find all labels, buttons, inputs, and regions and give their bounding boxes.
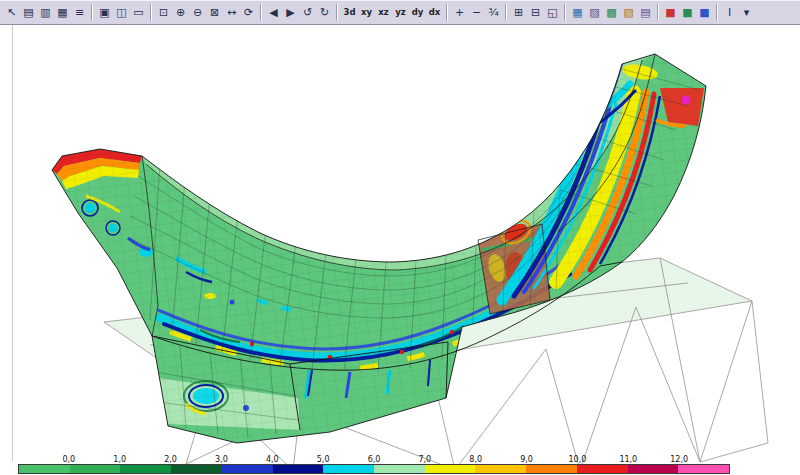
legend-segment bbox=[273, 465, 324, 473]
toolbar-button-zoom-window[interactable]: ⊡ bbox=[155, 3, 172, 22]
legend-label: 6,0 bbox=[368, 455, 381, 464]
toolbar-button-rotate-right[interactable]: ↻ bbox=[316, 3, 333, 22]
toolbar-button-refresh[interactable]: ⟳ bbox=[240, 3, 257, 22]
toolbar-button-display-fill[interactable]: ▩ bbox=[603, 3, 620, 22]
toolbar-button-view-xy[interactable]: xy bbox=[358, 3, 375, 22]
legend-bar bbox=[18, 464, 730, 474]
toolbar-button-text-style-dropdown[interactable]: ▾ bbox=[738, 3, 755, 22]
toolbar-button-view-dx[interactable]: dx bbox=[426, 3, 443, 22]
legend-label: 5,0 bbox=[317, 455, 330, 464]
toolbar-button-view-dy[interactable]: dy bbox=[409, 3, 426, 22]
legend-segment bbox=[628, 465, 679, 473]
legend-label: 0,0 bbox=[62, 455, 75, 464]
toolbar-button-display-contour[interactable]: ▧ bbox=[620, 3, 637, 22]
structure-contour-model bbox=[40, 40, 720, 460]
legend-labels: 0,01,02,03,04,05,06,07,08,09,010,011,012… bbox=[18, 455, 730, 464]
toolbar-button-save[interactable]: ◫ bbox=[113, 3, 130, 22]
toolbar-button-open[interactable]: ▣ bbox=[96, 3, 113, 22]
legend-segment bbox=[374, 465, 425, 473]
toolbar-button-select[interactable]: ↖ bbox=[3, 3, 20, 22]
toolbar-button-color-blue[interactable]: ■ bbox=[696, 3, 713, 22]
toolbar-button-view-3d[interactable]: 3d bbox=[341, 3, 358, 22]
legend-segment bbox=[577, 465, 628, 473]
toolbar-separator bbox=[260, 4, 262, 21]
toolbar-button-view-yz[interactable]: yz bbox=[392, 3, 409, 22]
legend-label: 8,0 bbox=[469, 455, 482, 464]
toolbar-button-rotate-left[interactable]: ↺ bbox=[299, 3, 316, 22]
legend-label: 3,0 bbox=[215, 455, 228, 464]
toolbar: ↖▤▥▦≡▣◫▭⊡⊕⊖⊠↔⟳◀▶↺↻3dxyxzyzdydx+−¾⊞⊟◱▦▨▩▧… bbox=[0, 0, 800, 25]
legend-segment bbox=[19, 465, 70, 473]
toolbar-button-text-style[interactable]: I bbox=[721, 3, 738, 22]
toolbar-button-view-previous[interactable]: ◀ bbox=[265, 3, 282, 22]
toolbar-button-display-legend[interactable]: ▤ bbox=[637, 3, 654, 22]
toolbar-button-pan[interactable]: ↔ bbox=[223, 3, 240, 22]
toolbar-button-view-xz[interactable]: xz bbox=[375, 3, 392, 22]
toolbar-separator bbox=[91, 4, 93, 21]
legend-segment bbox=[120, 465, 171, 473]
toolbar-button-page-layout-2[interactable]: ▥ bbox=[37, 3, 54, 22]
toolbar-button-window-tile[interactable]: ⊟ bbox=[527, 3, 544, 22]
legend-label: 1,0 bbox=[113, 455, 126, 464]
toolbar-button-color-green[interactable]: ■ bbox=[679, 3, 696, 22]
toolbar-button-zoom-in[interactable]: ⊕ bbox=[172, 3, 189, 22]
toolbar-button-list[interactable]: ≡ bbox=[71, 3, 88, 22]
legend-label: 10,0 bbox=[569, 455, 587, 464]
toolbar-button-grid[interactable]: ▦ bbox=[54, 3, 71, 22]
color-scale-legend: 0,01,02,03,04,05,06,07,08,09,010,011,012… bbox=[18, 455, 730, 473]
window-pane-edge bbox=[12, 25, 13, 461]
toolbar-button-window-new[interactable]: ⊞ bbox=[510, 3, 527, 22]
toolbar-separator bbox=[505, 4, 507, 21]
model-canvas[interactable]: 0,01,02,03,04,05,06,07,08,09,010,011,012… bbox=[0, 25, 800, 475]
toolbar-button-scale-fit[interactable]: ¾ bbox=[485, 3, 502, 22]
toolbar-button-window-cascade[interactable]: ◱ bbox=[544, 3, 561, 22]
toolbar-separator bbox=[564, 4, 566, 21]
toolbar-button-display-hidden[interactable]: ▨ bbox=[586, 3, 603, 22]
legend-segment bbox=[171, 465, 222, 473]
legend-label: 4,0 bbox=[266, 455, 279, 464]
toolbar-separator bbox=[716, 4, 718, 21]
toolbar-button-page-layout-1[interactable]: ▤ bbox=[20, 3, 37, 22]
mesh-texture bbox=[40, 40, 720, 460]
legend-label: 9,0 bbox=[520, 455, 533, 464]
toolbar-button-scale-down[interactable]: − bbox=[468, 3, 485, 22]
toolbar-separator bbox=[336, 4, 338, 21]
legend-segment bbox=[70, 465, 121, 473]
legend-segment bbox=[475, 465, 526, 473]
legend-segment bbox=[323, 465, 374, 473]
model-view[interactable] bbox=[0, 25, 800, 475]
legend-segment bbox=[526, 465, 577, 473]
legend-label: 12,0 bbox=[670, 455, 688, 464]
toolbar-button-zoom-out[interactable]: ⊖ bbox=[189, 3, 206, 22]
legend-segment bbox=[222, 465, 273, 473]
toolbar-button-view-next[interactable]: ▶ bbox=[282, 3, 299, 22]
legend-segment bbox=[678, 465, 729, 473]
toolbar-button-scale-up[interactable]: + bbox=[451, 3, 468, 22]
toolbar-separator bbox=[657, 4, 659, 21]
legend-label: 7,0 bbox=[418, 455, 431, 464]
toolbar-separator bbox=[446, 4, 448, 21]
legend-label: 2,0 bbox=[164, 455, 177, 464]
toolbar-button-print[interactable]: ▭ bbox=[130, 3, 147, 22]
toolbar-separator bbox=[150, 4, 152, 21]
legend-label: 11,0 bbox=[619, 455, 637, 464]
toolbar-button-color-red[interactable]: ■ bbox=[662, 3, 679, 22]
toolbar-button-display-wireframe[interactable]: ▦ bbox=[569, 3, 586, 22]
legend-segment bbox=[425, 465, 476, 473]
toolbar-button-zoom-extents[interactable]: ⊠ bbox=[206, 3, 223, 22]
